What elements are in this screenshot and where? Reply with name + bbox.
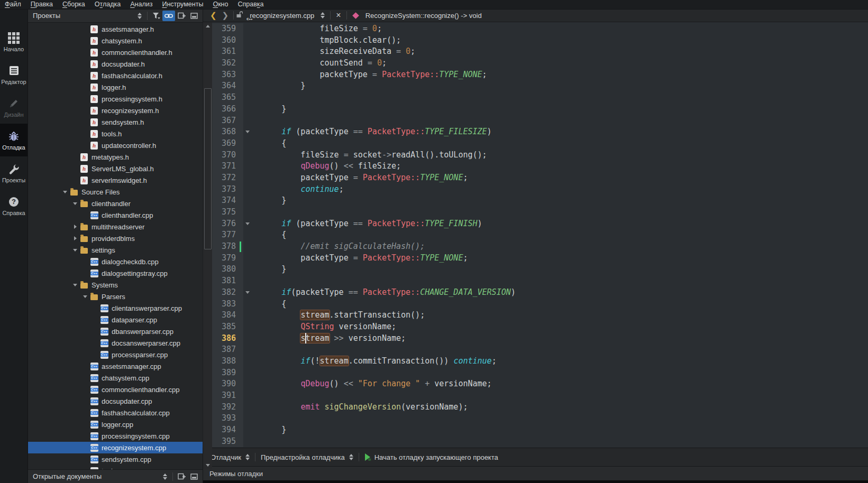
menu-item[interactable]: Отладка (90, 0, 125, 9)
code-line[interactable]: 375 (212, 207, 868, 218)
chevron-right-icon[interactable] (71, 236, 79, 240)
tree-item[interactable]: hcommonclienthandler.h (28, 47, 203, 58)
code-line[interactable]: 370 fileSize = socket->readAll().toULong… (212, 150, 868, 161)
line-number[interactable]: 378 (212, 241, 243, 253)
code-line[interactable]: 392 emit sigChangeVersion(versionName); (212, 402, 868, 413)
line-number[interactable]: 377 (212, 229, 243, 241)
close-document-icon[interactable]: × (336, 11, 341, 20)
code-line[interactable]: 362 countSend = 0; (212, 58, 868, 69)
tree-item[interactable]: hlogger.h (28, 81, 203, 93)
tree-item[interactable]: docsupdater.cpp (28, 395, 203, 407)
line-number[interactable]: 363 (212, 69, 243, 81)
tree-item[interactable]: hServerLMS_global.h (28, 163, 203, 174)
code-line[interactable]: 360 tmpBlock.clear(); (212, 35, 868, 47)
line-number[interactable]: 386 (212, 333, 243, 345)
menu-item[interactable]: Файл (0, 0, 26, 9)
tree-item[interactable]: assetsmanager.cpp (28, 360, 203, 372)
code-line[interactable]: 369 { (212, 138, 868, 150)
code-line[interactable]: 359 fileSize = 0; (212, 23, 868, 35)
line-number[interactable]: 390 (212, 378, 243, 390)
scrollbar-thumb[interactable] (204, 88, 212, 249)
line-number[interactable]: 365 (212, 92, 243, 104)
menu-item[interactable]: Правка (26, 0, 58, 9)
code-editor[interactable]: 359 fileSize = 0;360 tmpBlock.clear();36… (212, 22, 868, 449)
line-number[interactable]: 379 (212, 253, 243, 264)
code-line[interactable]: 380 } (212, 264, 868, 275)
tree-item[interactable]: dialogcheckdb.cpp (28, 256, 203, 267)
code-line[interactable]: 372 packetType = PacketType::TYPE_NONE; (212, 172, 868, 184)
code-line[interactable]: 368 if (packetType == PacketType::TYPE_F… (212, 126, 868, 138)
line-number[interactable]: 392 (212, 402, 243, 413)
debugger-select[interactable]: Отладчик (207, 453, 242, 461)
code-line[interactable]: 393 (212, 413, 868, 424)
code-line[interactable]: 386 stream >> versionName; (212, 333, 868, 345)
open-document-name[interactable]: recognizesystem.cpp (250, 12, 314, 20)
line-number[interactable]: 360 (212, 35, 243, 47)
tree-item[interactable]: docsanswerparser.cpp (28, 337, 203, 349)
line-number[interactable]: 393 (212, 413, 243, 424)
debugger-select-updown-icon[interactable] (245, 454, 250, 460)
close-panel-icon[interactable] (188, 471, 200, 482)
tree-item[interactable]: htools.h (28, 128, 203, 140)
line-number[interactable]: 374 (212, 195, 243, 207)
menu-item[interactable]: Справка (233, 0, 268, 9)
menu-item[interactable]: Анализ (125, 0, 157, 9)
line-number[interactable]: 385 (212, 321, 243, 333)
line-number[interactable]: 387 (212, 344, 243, 356)
tree-item[interactable]: commonclienthandler.cpp (28, 384, 203, 395)
code-line[interactable]: 381 (212, 275, 868, 287)
tree-item[interactable]: processparser.cpp (28, 349, 203, 360)
projects-panel-title[interactable]: Проекты (28, 12, 134, 20)
line-number[interactable]: 364 (212, 80, 243, 92)
tree-item[interactable]: hprocessingsystem.h (28, 93, 203, 105)
line-number[interactable]: 369 (212, 138, 243, 150)
code-line[interactable]: 387 (212, 344, 868, 356)
tree-item[interactable]: recognizesystem.cpp (28, 442, 203, 453)
line-number[interactable]: 388 (212, 356, 243, 367)
tree-item[interactable]: hserverlmswidget.h (28, 174, 203, 186)
line-number[interactable]: 389 (212, 367, 243, 379)
line-number[interactable]: 362 (212, 58, 243, 69)
menu-item[interactable]: Инструменты (157, 0, 208, 9)
line-number[interactable]: 368 (212, 126, 243, 138)
line-number[interactable]: 371 (212, 161, 243, 172)
tree-item[interactable]: fasthashcalculator.cpp (28, 407, 203, 419)
code-line[interactable]: 388 if(!stream.commitTransaction()) cont… (212, 356, 868, 367)
code-line[interactable]: 374 } (212, 195, 868, 207)
line-number[interactable]: 370 (212, 150, 243, 161)
code-line[interactable]: 394 } (212, 424, 868, 436)
chevron-down-icon[interactable] (71, 284, 79, 286)
line-number[interactable]: 384 (212, 310, 243, 321)
line-number[interactable]: 367 (212, 115, 243, 127)
tree-item[interactable]: Source Files (28, 186, 203, 198)
chevron-down-icon[interactable] (71, 249, 79, 252)
line-number[interactable]: 391 (212, 390, 243, 402)
menu-item[interactable]: Окно (208, 0, 233, 9)
code-line[interactable]: 365 (212, 92, 868, 104)
tree-item[interactable]: dialogsettingstray.cpp (28, 267, 203, 279)
tree-item[interactable]: clientanswerparser.cpp (28, 302, 203, 314)
panel-selector-updown-icon[interactable] (138, 13, 142, 19)
debugger-preset-select[interactable]: Преднастройка отладчика (258, 453, 346, 461)
tree-item[interactable]: Parsers (28, 291, 203, 302)
code-line[interactable]: 379 packetType = PacketType::TYPE_NONE; (212, 253, 868, 264)
line-number[interactable]: 361 (212, 46, 243, 58)
fold-arrow-icon[interactable] (245, 131, 250, 133)
document-selector-updown-icon[interactable] (321, 12, 325, 18)
chevron-right-icon[interactable] (71, 225, 79, 229)
sync-with-editor-toggle[interactable] (162, 11, 175, 21)
tree-item[interactable]: hdocsupdater.h (28, 58, 203, 70)
code-line[interactable]: 384 stream.startTransaction(); (212, 310, 868, 321)
tree-item[interactable]: clienthandler.cpp (28, 209, 203, 221)
tree-item[interactable]: multithreadserver (28, 221, 203, 233)
tree-item[interactable]: settings (28, 244, 203, 256)
line-number[interactable]: 359 (212, 23, 243, 35)
chevron-down-icon[interactable] (61, 191, 69, 193)
tree-item[interactable]: hchatsystem.h (28, 35, 203, 47)
code-line[interactable]: 382 if(packetType == PacketType::CHANGE_… (212, 287, 868, 299)
line-number[interactable]: 375 (212, 207, 243, 218)
code-line[interactable]: 377 { (212, 229, 868, 241)
split-panel-icon[interactable] (175, 471, 188, 482)
open-documents-title[interactable]: Открытые документы (28, 472, 160, 480)
tree-item[interactable]: hrecognizesystem.h (28, 105, 203, 116)
